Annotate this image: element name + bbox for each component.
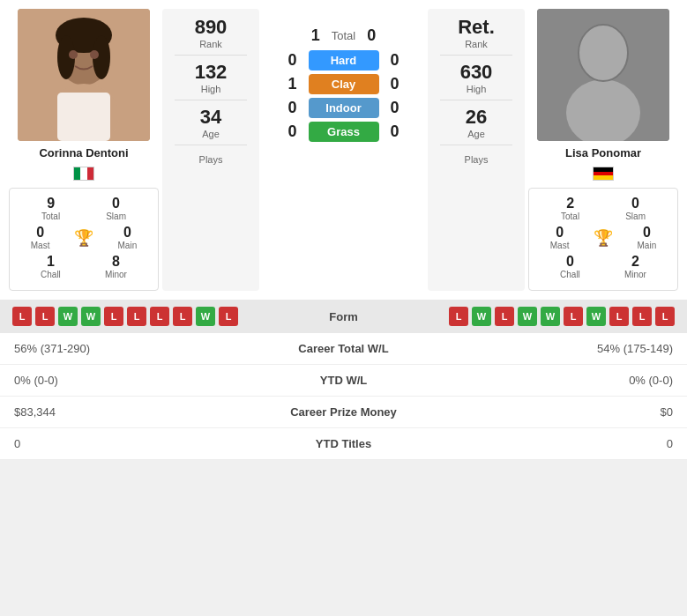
left-divider-2 bbox=[175, 100, 247, 100]
form-badge-w: W bbox=[58, 307, 78, 326]
left-mast: 0 Mast bbox=[31, 225, 50, 250]
left-slam: 0 Slam bbox=[106, 196, 126, 221]
form-badge-l: L bbox=[35, 307, 55, 326]
form-badge-l: L bbox=[655, 307, 675, 326]
form-section: LLWWLLLLWL Form LWLWWLWLLL bbox=[0, 300, 687, 333]
stats-left-2: $83,344 bbox=[0, 397, 236, 428]
right-player-photo bbox=[537, 9, 669, 141]
left-player-photo bbox=[18, 9, 150, 141]
right-slam: 0 Slam bbox=[625, 196, 646, 221]
right-chall: 0 Chall bbox=[560, 254, 580, 279]
form-badge-l: L bbox=[495, 307, 514, 326]
left-trophy: 🏆 bbox=[74, 228, 93, 248]
left-total: 9 Total bbox=[41, 196, 60, 221]
indoor-badge: Indoor bbox=[309, 98, 379, 118]
right-player-flag bbox=[593, 167, 614, 181]
hard-badge: Hard bbox=[309, 50, 379, 71]
stats-right-2: $0 bbox=[451, 397, 687, 428]
left-chall-minor-row: 1 Chall 8 Minor bbox=[19, 254, 149, 279]
left-player-name: Corinna Dentoni bbox=[39, 146, 128, 160]
right-age-box: 26 Age bbox=[466, 106, 487, 139]
left-divider-3 bbox=[175, 145, 247, 145]
right-plays: Plays bbox=[465, 154, 489, 165]
right-main: 0 Main bbox=[638, 225, 657, 250]
form-right: LWLWWLWLLL bbox=[385, 307, 676, 326]
form-left: LLWWLLLLWL bbox=[12, 307, 303, 326]
right-player-card: Lisa Ponomar 2 Total 0 Slam bbox=[528, 9, 678, 291]
right-minor: 2 Minor bbox=[624, 254, 646, 279]
right-total: 2 Total bbox=[561, 196, 579, 221]
svg-point-7 bbox=[69, 50, 78, 59]
left-main: 0 Main bbox=[118, 225, 138, 250]
top-section: Corinna Dentoni 9 Total 0 Slam bbox=[0, 0, 687, 300]
left-player-stats: 9 Total 0 Slam 0 Mast 🏆 bbox=[9, 188, 159, 291]
form-badge-l: L bbox=[127, 307, 146, 326]
left-total-slam-row: 9 Total 0 Slam bbox=[19, 196, 149, 221]
left-player-flag bbox=[73, 167, 94, 181]
right-player-stats: 2 Total 0 Slam 0 Mast 🏆 bbox=[528, 188, 678, 291]
right-divider-3 bbox=[440, 145, 512, 145]
svg-point-8 bbox=[90, 50, 99, 59]
stats-row-1: 0% (0-0)YTD W/L0% (0-0) bbox=[0, 365, 687, 397]
right-total-slam-row: 2 Total 0 Slam bbox=[538, 196, 668, 221]
right-divider-1 bbox=[440, 55, 512, 56]
stats-table: 56% (371-290)Career Total W/L54% (175-14… bbox=[0, 333, 687, 460]
right-chall-minor-row: 0 Chall 2 Minor bbox=[538, 254, 668, 279]
right-trophy: 🏆 bbox=[594, 228, 613, 248]
form-badge-l: L bbox=[150, 307, 169, 326]
form-badge-l: L bbox=[173, 307, 192, 326]
grass-badge: Grass bbox=[309, 122, 379, 142]
stats-center-3: YTD Titles bbox=[236, 428, 451, 460]
form-badge-l: L bbox=[104, 307, 123, 326]
form-badge-w: W bbox=[81, 307, 101, 326]
stats-right-1: 0% (0-0) bbox=[451, 365, 687, 397]
form-badge-w: W bbox=[196, 307, 215, 326]
left-rank-box: 890 Rank bbox=[195, 16, 228, 49]
stats-right-3: 0 bbox=[451, 428, 687, 460]
stats-left-1: 0% (0-0) bbox=[0, 365, 236, 397]
stats-row-3: 0YTD Titles0 bbox=[0, 428, 687, 460]
left-age-box: 34 Age bbox=[200, 106, 221, 139]
hard-row: 0 Hard 0 bbox=[284, 50, 404, 71]
svg-rect-6 bbox=[57, 93, 110, 141]
form-badge-w: W bbox=[518, 307, 537, 326]
right-mast-main-row: 0 Mast 🏆 0 Main bbox=[538, 225, 668, 250]
indoor-row: 0 Indoor 0 bbox=[284, 98, 404, 118]
stats-left-0: 56% (371-290) bbox=[0, 333, 236, 365]
form-label: Form bbox=[309, 310, 379, 323]
stats-center-0: Career Total W/L bbox=[236, 333, 451, 365]
stats-center-1: YTD W/L bbox=[236, 365, 451, 397]
left-minor: 8 Minor bbox=[105, 254, 127, 279]
form-badge-l: L bbox=[564, 307, 583, 326]
stats-row-0: 56% (371-290)Career Total W/L54% (175-14… bbox=[0, 333, 687, 365]
form-badge-l: L bbox=[609, 307, 629, 326]
total-row: 1 Total 0 bbox=[307, 26, 380, 45]
form-badge-w: W bbox=[541, 307, 560, 326]
main-container: Corinna Dentoni 9 Total 0 Slam bbox=[0, 0, 687, 460]
left-mast-main-row: 0 Mast 🏆 0 Main bbox=[19, 225, 149, 250]
clay-badge: Clay bbox=[309, 74, 379, 94]
right-high-box: 630 High bbox=[460, 61, 493, 94]
form-badge-l: L bbox=[632, 307, 652, 326]
form-badge-l: L bbox=[12, 307, 32, 326]
left-player-card: Corinna Dentoni 9 Total 0 Slam bbox=[9, 9, 159, 291]
left-high-box: 132 High bbox=[195, 61, 228, 94]
right-mast: 0 Mast bbox=[550, 225, 570, 250]
stats-row-2: $83,344Career Prize Money$0 bbox=[0, 397, 687, 428]
left-plays: Plays bbox=[199, 154, 223, 165]
form-badge-l: L bbox=[219, 307, 238, 326]
left-divider-1 bbox=[175, 55, 247, 56]
right-middle-panel: Ret. Rank 630 High 26 Age Plays bbox=[428, 9, 525, 291]
right-player-name: Lisa Ponomar bbox=[565, 146, 641, 160]
form-badge-w: W bbox=[472, 307, 491, 326]
left-middle-panel: 890 Rank 132 High 34 Age Plays bbox=[162, 9, 259, 291]
right-divider-2 bbox=[440, 100, 512, 100]
stats-center-2: Career Prize Money bbox=[236, 397, 451, 428]
clay-row: 1 Clay 0 bbox=[284, 74, 404, 94]
center-section: 1 Total 0 0 Hard 0 1 Clay 0 0 Indoor 0 0 bbox=[263, 9, 424, 291]
stats-right-0: 54% (175-149) bbox=[451, 333, 687, 365]
form-badge-l: L bbox=[449, 307, 468, 326]
right-rank-box: Ret. Rank bbox=[458, 16, 495, 49]
left-chall: 1 Chall bbox=[41, 254, 61, 279]
form-badge-w: W bbox=[586, 307, 606, 326]
